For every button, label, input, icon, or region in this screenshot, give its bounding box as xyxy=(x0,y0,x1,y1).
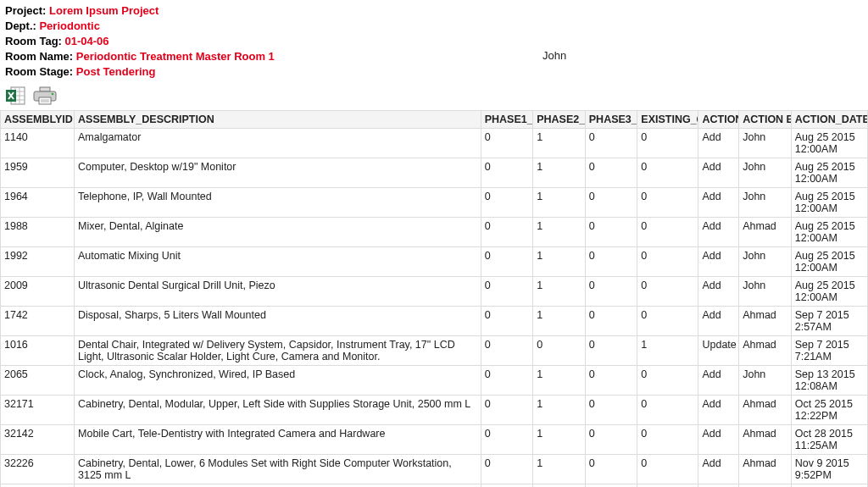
cell-phase1: 0 xyxy=(481,366,533,396)
table-row: 1964Telephone, IP, Wall Mounted0100AddJo… xyxy=(1,188,868,218)
cell-action: Add xyxy=(698,218,739,247)
cell-description: Amalgamator xyxy=(75,129,481,158)
cell-phase1: 0 xyxy=(481,158,533,188)
cell-actiondate: Sep 13 2015 12:08AM xyxy=(791,366,867,396)
cell-description: Clock, Analog, Synchronized, Wired, IP B… xyxy=(75,366,481,396)
col-description: ASSEMBLY_DESCRIPTION xyxy=(75,111,481,129)
svg-rect-7 xyxy=(40,87,50,91)
cell-actiondate: Sep 7 2015 7:21AM xyxy=(791,336,867,366)
cell-phase3: 0 xyxy=(585,484,637,488)
table-row: 2009Ultrasonic Dental Surgical Drill Uni… xyxy=(1,277,868,307)
cell-existing: 0 xyxy=(637,366,698,396)
cell-actiondate: Nov 9 2015 9:52PM xyxy=(791,455,867,484)
col-existing: EXISTING_QTY xyxy=(637,111,698,129)
dept-row: Dept.: Periodontic xyxy=(5,19,863,34)
table-header: ASSEMBLYID ASSEMBLY_DESCRIPTION PHASE1_Q… xyxy=(1,111,868,129)
cell-action: Add xyxy=(698,247,739,277)
cell-phase1: 0 xyxy=(481,247,533,277)
svg-rect-9 xyxy=(39,97,51,104)
table-row: 32226Cabinetry, Dental, Lower, 6 Modules… xyxy=(1,455,868,484)
cell-action: Add xyxy=(698,455,739,484)
cell-phase3: 0 xyxy=(585,277,637,307)
roomtag-label: Room Tag: xyxy=(5,35,65,47)
table-row: 1742Disposal, Sharps, 5 Liters Wall Moun… xyxy=(1,307,868,336)
cell-phase1: 0 xyxy=(481,188,533,218)
cell-actiondate: Nov 16 2015 12:44PM xyxy=(791,484,867,488)
col-assemblyid: ASSEMBLYID xyxy=(1,111,75,129)
cell-action: Add xyxy=(698,396,739,425)
cell-actionby: John xyxy=(739,484,792,488)
roomstage-row: Room Stage: Post Tendering xyxy=(5,64,863,80)
cell-actionby: Ahmad xyxy=(739,336,792,366)
roomname-row: Room Name: Periodontic Treatment Master … xyxy=(5,49,863,64)
cell-phase1: 0 xyxy=(481,425,533,455)
cell-description: Telephone, IP, Wall Mounted xyxy=(75,188,481,218)
dept-value: Periodontic xyxy=(39,19,100,32)
cell-action: Add xyxy=(698,188,739,218)
cell-assemblyid: 1988 xyxy=(1,218,75,247)
cell-phase2: 1 xyxy=(533,129,586,158)
cell-description: Computer, Desktop w/19" Monitor xyxy=(75,158,481,188)
cell-assemblyid: 2009 xyxy=(1,277,75,307)
cell-description: Cabinetry, Dental, Lower, 6 Modules Set … xyxy=(75,455,481,484)
project-value: Lorem Ipsum Project xyxy=(49,4,159,17)
cell-existing: 0 xyxy=(637,129,698,158)
cell-actionby: John xyxy=(739,247,792,277)
toolbar xyxy=(0,83,868,110)
cell-assemblyid: 2065 xyxy=(1,366,75,396)
cell-assemblyid: 1959 xyxy=(1,158,75,188)
data-table: ASSEMBLYID ASSEMBLY_DESCRIPTION PHASE1_Q… xyxy=(0,110,868,487)
cell-description: Cabinetry, Dental, Modular, Upper, Left … xyxy=(75,396,481,425)
roomtag-row: Room Tag: 01-04-06 xyxy=(5,34,863,49)
table-body: 1140Amalgamator0100AddJohnAug 25 2015 12… xyxy=(1,129,868,488)
cell-actiondate: Aug 25 2015 12:00AM xyxy=(791,277,867,307)
table-row: 1016Dental Chair, Integrated w/ Delivery… xyxy=(1,336,868,366)
svg-point-8 xyxy=(51,93,53,96)
cell-phase1: 0 xyxy=(481,277,533,307)
cell-phase2: 0 xyxy=(533,336,586,366)
cell-phase1: 0 xyxy=(481,218,533,247)
cell-existing: 0 xyxy=(637,188,698,218)
cell-description: Automatic Mixing Unit xyxy=(75,247,481,277)
table-row: 1988Mixer, Dental, Alginate0100AddAhmadA… xyxy=(1,218,868,247)
cell-phase3: 0 xyxy=(585,218,637,247)
cell-existing: 0 xyxy=(637,396,698,425)
cell-actionby: Ahmad xyxy=(739,425,792,455)
cell-actiondate: Aug 25 2015 12:00AM xyxy=(791,218,867,247)
cell-assemblyid: 32142 xyxy=(1,425,75,455)
project-label: Project: xyxy=(5,4,49,17)
cell-action: Add xyxy=(698,484,739,488)
cell-actiondate: Aug 25 2015 12:00AM xyxy=(791,129,867,158)
cell-phase2: 1 xyxy=(533,247,586,277)
table-row: 1959Computer, Desktop w/19" Monitor0100A… xyxy=(1,158,868,188)
cell-phase3: 0 xyxy=(585,158,637,188)
cell-phase3: 0 xyxy=(585,336,637,366)
cell-actionby: Ahmad xyxy=(739,307,792,336)
cell-action: Add xyxy=(698,366,739,396)
table-row: 2065Clock, Analog, Synchronized, Wired, … xyxy=(1,366,868,396)
cell-phase2: 1 xyxy=(533,307,586,336)
cell-existing: 0 xyxy=(637,277,698,307)
print-button[interactable] xyxy=(32,85,58,107)
col-action: ACTION xyxy=(698,111,739,129)
cell-existing: 0 xyxy=(637,158,698,188)
col-actiondate: ACTION_DATE xyxy=(791,111,867,129)
cell-description: Dental Chair, Integrated w/ Delivery Sys… xyxy=(75,336,481,366)
cell-phase3: 0 xyxy=(585,188,637,218)
cell-assemblyid: 1140 xyxy=(1,129,75,158)
cell-assemblyid: 1742 xyxy=(1,307,75,336)
cell-actionby: Ahmad xyxy=(739,455,792,484)
cell-phase2: 1 xyxy=(533,455,586,484)
printer-icon xyxy=(33,86,57,106)
cell-actiondate: Aug 25 2015 12:00AM xyxy=(791,247,867,277)
cell-phase2: 1 xyxy=(533,188,586,218)
cell-phase2: 1 xyxy=(533,366,586,396)
cell-action: Add xyxy=(698,277,739,307)
cell-existing: 0 xyxy=(637,307,698,336)
roomname-value: Periodontic Treatment Master Room 1 xyxy=(76,50,275,63)
cell-actionby: John xyxy=(739,188,792,218)
cell-phase1: 0 xyxy=(481,484,533,488)
cell-assemblyid: 1016 xyxy=(1,336,75,366)
project-row: Project: Lorem Ipsum Project xyxy=(5,3,863,19)
export-excel-button[interactable] xyxy=(3,85,29,107)
